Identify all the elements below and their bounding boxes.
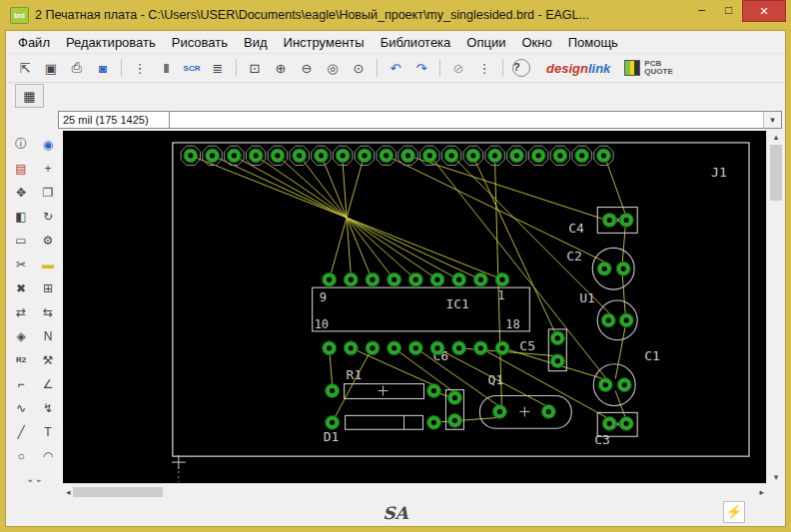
menu-help[interactable]: Помощь bbox=[560, 33, 626, 52]
trash-icon: ✖ bbox=[16, 281, 26, 295]
print-button[interactable]: ⎙ bbox=[65, 57, 89, 79]
help-button[interactable]: ? bbox=[509, 57, 533, 79]
tool-cut-button[interactable]: ✂ bbox=[9, 254, 33, 274]
zoom-fit-button[interactable]: ⊡ bbox=[243, 57, 267, 79]
scroll-down-icon[interactable]: ▾ bbox=[774, 471, 779, 483]
horizontal-scroll-thumb[interactable] bbox=[73, 487, 163, 497]
menu-view[interactable]: Вид bbox=[236, 33, 276, 52]
app-window: brd 2 Печатная плата - C:\Users\USER\Doc… bbox=[0, 0, 791, 532]
undo-button[interactable]: ↶ bbox=[384, 57, 407, 79]
tool-move-button[interactable]: ✥ bbox=[9, 182, 33, 203]
svg-text:D1: D1 bbox=[324, 429, 340, 444]
tool-value-button[interactable]: R2 bbox=[9, 349, 33, 370]
tool-ripup-button[interactable]: ↯ bbox=[36, 397, 60, 418]
arc-icon: ◠ bbox=[43, 449, 53, 463]
tool-mirror-button[interactable]: ◧ bbox=[9, 206, 33, 227]
cam-button[interactable]: ◙ bbox=[91, 57, 115, 79]
titlebar[interactable]: brd 2 Печатная плата - C:\Users\USER\Doc… bbox=[5, 0, 786, 30]
tool-show-button[interactable]: ◉ bbox=[36, 134, 60, 155]
redo-icon: ↷ bbox=[416, 61, 427, 76]
ratsnest-indicator-button[interactable]: ⚡ bbox=[723, 501, 745, 523]
tool-wire-button[interactable]: ╱ bbox=[9, 421, 33, 442]
menu-tools[interactable]: Инструменты bbox=[276, 33, 373, 52]
tool-display-button[interactable]: ▤ bbox=[9, 158, 33, 179]
window-controls: – □ ✕ bbox=[688, 0, 786, 30]
run-button[interactable]: ≣ bbox=[206, 57, 230, 79]
editor-canvas[interactable]: J1910118IC1R1D1Q1C6C5C4C2U1C1C3 bbox=[63, 131, 766, 483]
tool-info-button[interactable]: ⓘ bbox=[9, 134, 33, 155]
undo-icon: ↶ bbox=[391, 61, 401, 76]
tool-smash-button[interactable]: ⚒ bbox=[36, 349, 60, 370]
circle-icon: ○ bbox=[17, 449, 24, 463]
tool-lock-button[interactable]: ◈ bbox=[9, 325, 33, 346]
pcbquote-logo[interactable]: PCBQUOTE bbox=[624, 60, 672, 77]
svg-text:C1: C1 bbox=[644, 348, 660, 363]
svg-text:C5: C5 bbox=[519, 338, 535, 353]
toolbar-separator bbox=[236, 59, 237, 77]
tool-rotate-button[interactable]: ↻ bbox=[36, 206, 60, 227]
svg-text:U1: U1 bbox=[579, 290, 595, 305]
scroll-right-icon[interactable]: ▸ bbox=[759, 486, 764, 498]
tool-route-button[interactable]: ∿ bbox=[9, 397, 33, 418]
tool-delete-button[interactable]: ✖ bbox=[9, 277, 33, 298]
open-button[interactable]: ⇱ bbox=[13, 57, 37, 79]
tool-circle-button[interactable]: ○ bbox=[9, 445, 33, 466]
zoom-redraw-button[interactable]: ◎ bbox=[321, 57, 345, 79]
name-icon: N bbox=[44, 329, 53, 343]
menu-edit[interactable]: Редактировать bbox=[58, 33, 164, 52]
save-button[interactable]: ▣ bbox=[39, 57, 63, 79]
tool-replace-button[interactable]: ⇆ bbox=[36, 301, 60, 322]
tool-change-button[interactable]: ⚙ bbox=[36, 230, 60, 251]
minimize-button[interactable]: – bbox=[688, 0, 715, 21]
command-combobox[interactable]: ▾ bbox=[170, 111, 782, 129]
close-button[interactable]: ✕ bbox=[742, 0, 786, 22]
tool-group-button[interactable]: ▭ bbox=[9, 230, 33, 251]
columns-icon: ||| bbox=[164, 63, 169, 73]
mirror-icon: ◧ bbox=[15, 210, 26, 224]
info-icon: ⓘ bbox=[15, 136, 27, 153]
pcb-drawing[interactable]: J1910118IC1R1D1Q1C6C5C4C2U1C1C3 bbox=[63, 131, 766, 483]
scroll-up-icon[interactable]: ▴ bbox=[774, 131, 779, 143]
miter-icon: ⌐ bbox=[17, 377, 24, 391]
menu-file[interactable]: Файл bbox=[10, 33, 58, 52]
zoom-in-button[interactable]: ⊕ bbox=[269, 57, 293, 79]
zoom-select-button[interactable]: ⊙ bbox=[347, 57, 371, 79]
zoom-out-button[interactable]: ⊖ bbox=[295, 57, 319, 79]
redo-button[interactable]: ↷ bbox=[409, 57, 433, 79]
toolbar-separator bbox=[121, 59, 122, 77]
menu-options[interactable]: Опции bbox=[458, 33, 513, 52]
scroll-left-icon[interactable]: ◂ bbox=[66, 486, 71, 498]
route-icon: ∿ bbox=[16, 401, 26, 415]
chevron-down-icon[interactable]: ▾ bbox=[763, 112, 781, 128]
stop-button[interactable]: ⊘ bbox=[446, 57, 470, 79]
tool-split-button[interactable]: ∠ bbox=[36, 373, 60, 394]
sidebar-collapse-button[interactable]: ⌄⌄ bbox=[9, 469, 60, 484]
use-library-button[interactable]: ⋮ bbox=[128, 57, 152, 79]
horizontal-scrollbar[interactable]: ◂ ▸ bbox=[63, 483, 767, 499]
copy-icon: ❐ bbox=[43, 186, 54, 200]
designlink-logo[interactable]: designlink bbox=[546, 61, 610, 76]
tool-name-button[interactable]: N bbox=[36, 325, 60, 346]
board-schematic-button[interactable]: ||| bbox=[154, 57, 178, 79]
tool-add-button[interactable]: ⊞ bbox=[36, 277, 60, 298]
tool-miter-button[interactable]: ⌐ bbox=[9, 373, 33, 394]
tool-arc-button[interactable]: ◠ bbox=[36, 445, 60, 466]
zoom-out-icon: ⊖ bbox=[302, 61, 313, 76]
sheet-icon: ≣ bbox=[213, 61, 224, 76]
menu-draw[interactable]: Рисовать bbox=[164, 33, 236, 52]
menu-library[interactable]: Библиотека bbox=[373, 33, 459, 52]
menu-window[interactable]: Окно bbox=[513, 33, 559, 52]
tool-paste-button[interactable]: ▬ bbox=[36, 254, 60, 274]
vertical-scrollbar[interactable]: ▴ ▾ bbox=[766, 131, 785, 483]
tool-text-button[interactable]: T bbox=[36, 421, 60, 442]
secondary-toolbar: ▦ bbox=[6, 83, 785, 109]
script-button[interactable]: SCR bbox=[180, 57, 204, 79]
grid-button[interactable]: ▦ bbox=[15, 84, 44, 108]
tool-copy-button[interactable]: ❐ bbox=[36, 182, 60, 203]
tool-pinswap-button[interactable]: ⇄ bbox=[9, 301, 33, 322]
tool-mark-button[interactable]: + bbox=[36, 158, 60, 179]
maximize-button[interactable]: □ bbox=[715, 0, 742, 21]
more-button[interactable]: ⋮ bbox=[472, 57, 496, 79]
vertical-scroll-thumb[interactable] bbox=[770, 145, 782, 201]
svg-text:Q1: Q1 bbox=[487, 372, 503, 387]
